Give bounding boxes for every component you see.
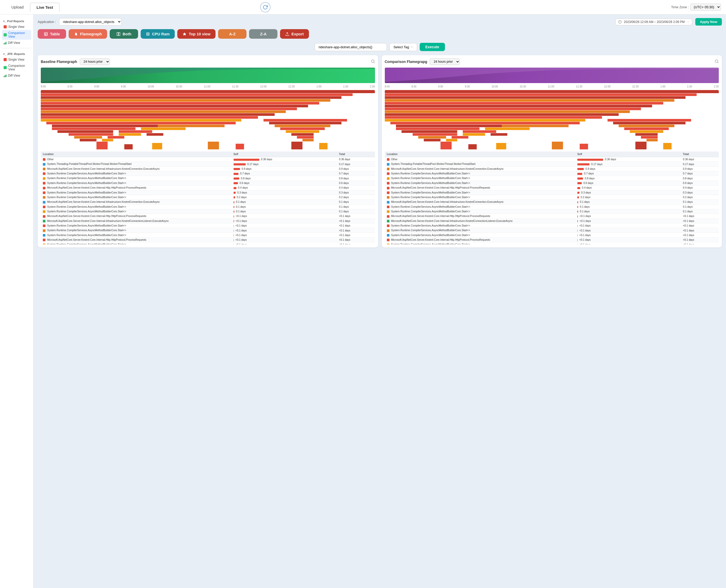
self-cell: 0.7 days <box>231 171 337 176</box>
self-cell: 0.36 days <box>575 157 681 162</box>
comparison-search-button[interactable] <box>714 59 719 64</box>
self-cell: 0.1 days <box>575 209 681 214</box>
table-row: Microsoft.AspNetCore.Server.Kestrel.Core… <box>41 186 375 190</box>
apply-now-button[interactable]: Apply Now <box>695 18 722 25</box>
self-cell: 0.7 days <box>575 171 681 176</box>
baseline-panel-header: Baseline Flamegraph 24 hours prior <box>41 58 375 65</box>
comparison-timeline-svg <box>385 68 719 83</box>
table-row: System.Runtime.CompilerServices.AsyncMet… <box>385 224 719 228</box>
svg-marker-9 <box>183 32 186 36</box>
self-value: <0.1 days <box>235 224 247 227</box>
total-cell: <0.1 days <box>337 218 375 223</box>
self-value: <0.1 days <box>235 243 247 244</box>
table-row: System.Runtime.CompilerServices.AsyncMet… <box>41 204 375 209</box>
self-value: 0.8 days <box>241 177 251 180</box>
sidebar-item-single-view[interactable]: Single View <box>2 24 31 30</box>
flamegraph-view-button[interactable]: Flamegraph <box>69 29 107 39</box>
az-view-button[interactable]: A-Z <box>218 29 247 39</box>
sidebar-item-jfr-single-view[interactable]: Single View <box>2 57 31 63</box>
execute-button[interactable]: Execute <box>420 43 445 51</box>
row-color-indicator <box>43 182 45 185</box>
tab-upload[interactable]: Upload <box>5 3 30 12</box>
baseline-search-button[interactable] <box>371 59 375 64</box>
self-cell: 0.2 days <box>231 195 337 200</box>
total-cell: 0.36 days <box>681 157 719 162</box>
comparison-time-dropdown[interactable]: 24 hours prior <box>430 58 460 65</box>
location-text: Microsoft.AspNetCore.Server.Kestrel.Core… <box>391 201 503 203</box>
location-header[interactable]: Location <box>41 151 231 157</box>
comparison-table-scroll[interactable]: Location Self Total Other 0.36 days 0.36… <box>385 151 719 244</box>
svg-rect-88 <box>440 142 451 149</box>
table-row: Microsoft.AspNetCore.Server.Kestrel.Core… <box>41 214 375 218</box>
total-header[interactable]: Total <box>681 151 719 157</box>
self-bar <box>577 196 579 198</box>
sidebar-item-jfr-comparison-view[interactable]: Comparison View <box>2 63 31 72</box>
total-cell: 0.17 days <box>681 162 719 166</box>
refresh-button[interactable] <box>260 2 270 13</box>
total-cell: 0.2 days <box>337 195 375 200</box>
select-tag-button[interactable]: Select Tag <box>390 43 417 51</box>
baseline-time-dropdown[interactable]: 24 hours prior <box>80 58 110 65</box>
self-cell: <0.1 days <box>231 228 337 233</box>
location-text: Microsoft.AspNetCore.Server.Kestrel.Core… <box>47 186 146 189</box>
self-bar <box>577 192 579 194</box>
tab-livetest[interactable]: Live Test <box>30 3 60 12</box>
location-text: System.Runtime.CompilerServices.AsyncMet… <box>391 177 470 180</box>
table-header-row: Location Self Total <box>41 151 375 157</box>
self-bar <box>233 230 234 232</box>
row-color-indicator <box>43 201 45 204</box>
table-row: System.Runtime.CompilerServices.AsyncMet… <box>385 195 719 200</box>
svg-rect-87 <box>646 139 658 141</box>
row-color-indicator <box>43 172 45 175</box>
query-input[interactable] <box>315 43 387 51</box>
baseline-table-scroll[interactable]: Location Self Total Other 0.36 days 0.36… <box>41 151 375 244</box>
both-view-button[interactable]: Both <box>110 29 138 39</box>
svg-rect-57 <box>385 96 685 99</box>
self-header[interactable]: Self <box>575 151 681 157</box>
total-cell: <0.1 days <box>681 228 719 233</box>
row-color-indicator <box>43 168 45 170</box>
location-cell: Microsoft.AspNetCore.Server.Kestrel.Core… <box>41 238 231 242</box>
location-text: System.Runtime.CompilerServices.AsyncMet… <box>47 191 126 194</box>
self-value: <0.1 days <box>235 238 247 241</box>
self-cell: 0.1 days <box>231 209 337 214</box>
location-text: System.Runtime.CompilerServices.AsyncMet… <box>47 177 126 180</box>
location-text: System.Runtime.CompilerServices.AsyncMet… <box>47 234 126 237</box>
self-header[interactable]: Self <box>231 151 337 157</box>
svg-rect-59 <box>385 102 663 105</box>
self-cell: 0.36 days <box>231 157 337 162</box>
self-cell: 0.2 days <box>575 195 681 200</box>
date-range-picker[interactable]: 2023/06/28 12:09 AM – 2023/06/28 2:09 PM <box>615 19 692 25</box>
location-cell: System.Runtime.CompilerServices.AsyncMet… <box>385 171 576 176</box>
select-tag-label: Select Tag <box>393 45 409 49</box>
baseline-time-labels: 8:008:309:009:3010:0010:3011:0011:3012:0… <box>41 85 375 88</box>
table-row: System.Runtime.CompilerServices.AsyncMet… <box>385 190 719 195</box>
export-button[interactable]: Export <box>280 29 309 39</box>
sidebar-item-diff-view[interactable]: Diff View <box>2 40 31 46</box>
location-header[interactable]: Location <box>385 151 576 157</box>
app-select[interactable]: rideshare-app-dotnet.alloc_objects <box>59 18 122 25</box>
row-color-indicator <box>43 220 45 223</box>
table-row: Microsoft.AspNetCore.Server.Kestrel.Core… <box>41 218 375 223</box>
table-row: Microsoft.AspNetCore.Server.Kestrel.Core… <box>385 186 719 190</box>
row-color-indicator <box>43 187 45 189</box>
cpuram-view-button[interactable]: CPU Ram <box>141 29 175 39</box>
location-text: System.Threading.PortableThreadPool.Work… <box>391 163 475 165</box>
sidebar-item-comparison-view[interactable]: Comparison View <box>2 30 31 40</box>
svg-rect-8 <box>147 33 148 35</box>
location-text: System.Runtime.CompilerServices.AsyncMet… <box>47 196 126 199</box>
svg-rect-80 <box>607 119 691 122</box>
timezone-select[interactable]: (UTC+ 05:30) <box>690 4 721 10</box>
location-cell: System.Runtime.CompilerServices.AsyncMet… <box>385 228 576 233</box>
svg-rect-7 <box>147 33 149 35</box>
sidebar-item-jfr-diff-view[interactable]: Diff View <box>2 72 31 79</box>
total-header[interactable]: Total <box>337 151 375 157</box>
table-view-button[interactable]: Table <box>38 29 66 39</box>
self-bar <box>577 159 603 161</box>
row-color-indicator <box>387 172 390 175</box>
svg-rect-23 <box>41 119 241 122</box>
top10-view-button[interactable]: Top 10 view <box>177 29 215 39</box>
za-view-button[interactable]: Z-A <box>249 29 277 39</box>
self-value: <0.1 days <box>579 238 591 241</box>
self-bar <box>233 192 236 194</box>
